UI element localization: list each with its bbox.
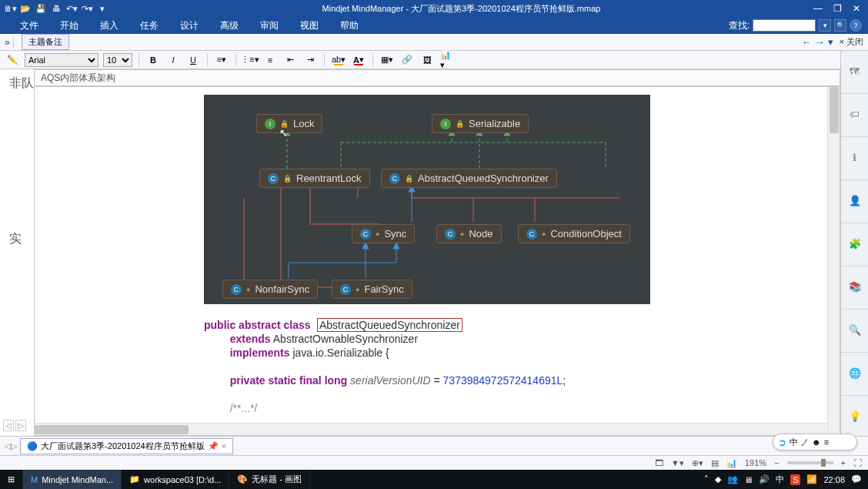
menu-task[interactable]: 任务 bbox=[129, 19, 169, 32]
taskbar-item-paint[interactable]: 🎨无标题 - 画图 bbox=[229, 470, 310, 489]
qat-more-icon[interactable]: ▾ bbox=[95, 2, 109, 15]
menu-view[interactable]: 视图 bbox=[289, 19, 329, 32]
zoom-in-icon[interactable]: + bbox=[841, 458, 846, 467]
font-color-button[interactable]: A▾ bbox=[351, 53, 366, 67]
zoom-out-icon[interactable]: − bbox=[774, 458, 779, 467]
ime-emoji-icon[interactable]: ☻ bbox=[812, 437, 821, 447]
taskbar-item-workspace[interactable]: 📁workspace03 [D:\d... bbox=[122, 470, 229, 489]
close-panel-button[interactable]: × 关闭 bbox=[840, 36, 863, 48]
document-tabs: ◁▷ 🔵 大厂面试题第3季-20201024程序员节抢鲜版 📌 × bbox=[0, 436, 868, 455]
panel-markers[interactable]: 🏷标记 bbox=[841, 94, 868, 137]
nav-back-icon[interactable]: ← bbox=[802, 36, 812, 48]
zoom-label: 191% bbox=[745, 458, 766, 467]
tray-app-icon[interactable]: ◆ bbox=[715, 474, 721, 484]
new-icon[interactable]: 🗎▾ bbox=[3, 2, 17, 15]
italic-button[interactable]: I bbox=[165, 53, 181, 67]
save-icon[interactable]: 💾 bbox=[34, 2, 48, 15]
menu-file[interactable]: 文件 bbox=[9, 19, 49, 32]
menu-design[interactable]: 设计 bbox=[169, 19, 209, 32]
tray-wifi-icon[interactable]: 📶 bbox=[806, 474, 817, 484]
print-icon[interactable]: 🖶 bbox=[49, 2, 63, 15]
undo-icon[interactable]: ↶▾ bbox=[65, 2, 78, 15]
bullets-button[interactable]: ⋮≡▾ bbox=[242, 53, 258, 67]
tab-notes[interactable]: 主题备注 bbox=[22, 34, 69, 50]
search-go-icon[interactable]: 🔍 bbox=[834, 19, 846, 32]
panel-search[interactable]: 🔍模索 bbox=[841, 310, 868, 353]
panel-mymaps[interactable]: 🗺我的导图 bbox=[841, 51, 868, 94]
outdent-button[interactable]: ⇤ bbox=[282, 53, 298, 67]
nav-forward-icon[interactable]: → bbox=[815, 36, 825, 48]
search-dropdown-icon[interactable]: ▾ bbox=[819, 19, 831, 32]
maximize-icon[interactable]: ❐ bbox=[833, 3, 842, 14]
nav-arrows: ← → ▾ bbox=[802, 36, 833, 48]
tray-battery-icon[interactable]: 🖥 bbox=[744, 475, 753, 484]
tray-up-icon[interactable]: ˄ bbox=[704, 474, 709, 484]
panel-browser[interactable]: 🌐浏览器 bbox=[841, 353, 868, 396]
node-nonfairsync: C●NonfairSync bbox=[222, 280, 318, 299]
menu-insert[interactable]: 插入 bbox=[89, 19, 129, 32]
object-button[interactable]: 📊▾ bbox=[439, 53, 455, 67]
highlight-color-button[interactable]: ab▾ bbox=[331, 53, 346, 67]
panel-library[interactable]: 📚资源库 bbox=[841, 266, 868, 310]
tray-ime-icon[interactable]: 中 bbox=[776, 474, 784, 485]
code-block: public abstract class AbstractQueuedSync… bbox=[204, 318, 566, 415]
filter-icon[interactable]: ▼▾ bbox=[671, 458, 684, 468]
fullscreen-icon[interactable]: ⛶ bbox=[853, 458, 862, 467]
ime-toolbar[interactable]: ➲ 中 ノ ☻ ≡ bbox=[773, 434, 857, 450]
fit-icon[interactable]: ⊕▾ bbox=[692, 458, 703, 468]
scrollbar-horizontal[interactable] bbox=[35, 423, 827, 435]
mindmap-icon: 🔵 bbox=[27, 441, 38, 451]
panel-mapparts[interactable]: 🧩导图部件 bbox=[841, 223, 868, 266]
image-button[interactable]: 🖼 bbox=[419, 53, 435, 67]
open-icon[interactable]: 📂 bbox=[18, 2, 32, 15]
underline-button[interactable]: U bbox=[185, 53, 201, 67]
search-label: 查找: bbox=[729, 19, 749, 32]
tray-people-icon[interactable]: 👥 bbox=[727, 474, 738, 484]
close-icon[interactable]: ✕ bbox=[853, 3, 860, 14]
menu-advanced[interactable]: 高级 bbox=[209, 19, 249, 32]
nav-dropdown-icon[interactable]: ▾ bbox=[828, 36, 833, 48]
panel-resources[interactable]: 👤资源 bbox=[841, 180, 868, 223]
highlighter-icon[interactable]: ✏️ bbox=[5, 53, 20, 67]
menu-home[interactable]: 开始 bbox=[49, 19, 89, 32]
search-input[interactable] bbox=[753, 19, 816, 32]
indent-button[interactable]: ⇥ bbox=[302, 53, 318, 67]
cursor-icon: ↖ bbox=[279, 127, 288, 139]
menu-help[interactable]: 帮助 bbox=[329, 19, 369, 32]
zoom-slider[interactable] bbox=[787, 461, 833, 464]
minimize-icon[interactable]: — bbox=[813, 3, 823, 14]
font-name-select[interactable]: Arial bbox=[25, 53, 98, 67]
nav-icon[interactable]: ▷ bbox=[15, 420, 26, 431]
table-button[interactable]: ▦▾ bbox=[379, 53, 395, 67]
help-icon[interactable]: ? bbox=[850, 19, 862, 32]
bold-button[interactable]: B bbox=[145, 53, 161, 67]
numbering-button[interactable]: ≡ bbox=[262, 53, 278, 67]
tab-pin-icon[interactable]: 📌 bbox=[208, 441, 219, 451]
view-icon[interactable]: 🗔 bbox=[655, 458, 663, 467]
tray-sogou-icon[interactable]: S bbox=[790, 474, 800, 485]
panel-taskinfo[interactable]: ℹ任务信息 bbox=[841, 137, 868, 180]
panel-brainstorm[interactable]: 💡米冈风暴 bbox=[841, 396, 868, 439]
taskbar-item-mindmanager[interactable]: MMindjet MindMan... bbox=[23, 470, 122, 489]
breadcrumb[interactable]: AQS内部体系架构 bbox=[34, 69, 840, 86]
link-button[interactable]: 🔗 bbox=[399, 53, 415, 67]
tray-notification-icon[interactable]: 💬 bbox=[851, 474, 862, 484]
expand-icon[interactable]: » bbox=[5, 37, 10, 48]
menu-review[interactable]: 审阅 bbox=[249, 19, 289, 32]
canvas[interactable]: I🔒Lock I🔒Serializable C🔒ReentrantLock C🔒… bbox=[35, 87, 840, 435]
tab-close-icon[interactable]: × bbox=[222, 441, 226, 450]
tray-time[interactable]: 22:08 bbox=[823, 475, 845, 484]
ime-menu-icon[interactable]: ≡ bbox=[824, 437, 829, 447]
font-size-select[interactable]: 10 bbox=[103, 53, 132, 67]
outline-icon[interactable]: ▤ bbox=[711, 458, 719, 468]
start-button[interactable]: ⊞ bbox=[0, 470, 23, 489]
left-bottom-icons: ◁ ▷ bbox=[3, 420, 26, 431]
tray-volume-icon[interactable]: 🔊 bbox=[759, 474, 770, 484]
nav-icon[interactable]: ◁ bbox=[3, 420, 14, 431]
scrollbar-vertical[interactable] bbox=[827, 87, 840, 435]
gantt-icon[interactable]: 📊 bbox=[726, 458, 737, 468]
align-button[interactable]: ≡▾ bbox=[214, 53, 229, 67]
tabs-nav-icon[interactable]: ◁▷ bbox=[5, 441, 17, 451]
doc-tab-1[interactable]: 🔵 大厂面试题第3季-20201024程序员节抢鲜版 📌 × bbox=[20, 438, 233, 454]
redo-icon[interactable]: ↷▾ bbox=[80, 2, 94, 15]
